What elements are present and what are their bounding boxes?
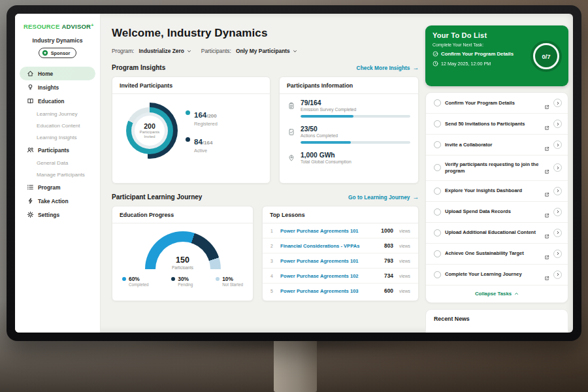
todo-hero-card: Your To Do List Complete Your Next Task:…: [425, 25, 568, 86]
task-chevron-button[interactable]: [553, 120, 562, 128]
external-link-icon: [544, 272, 549, 277]
collapse-tasks-link[interactable]: Collapse Tasks: [426, 286, 568, 302]
task-chevron-button[interactable]: [553, 163, 562, 172]
sidebar-item-home[interactable]: Home: [20, 67, 95, 80]
todo-task-row[interactable]: Explore Your Insights Dashboard: [426, 181, 568, 202]
brand-logo: RESOURCEADVISOR+: [15, 14, 100, 30]
todo-progress-ring-inner: 0/7: [533, 43, 559, 69]
sidebar-item-learning-insights[interactable]: Learning Insights: [15, 131, 100, 143]
lesson-row: 4 Power Purchase Agreements 102 734 view…: [263, 269, 418, 284]
check-more-insights-link[interactable]: Check More Insights →: [357, 65, 419, 71]
survey-icon: [287, 101, 295, 108]
sidebar-item-manage-participants[interactable]: Manage Participants: [15, 169, 100, 180]
go-to-learning-journey-label: Go to Learning Journey: [348, 194, 410, 201]
task-checkbox[interactable]: [434, 164, 441, 171]
emission-survey-stat: 79/164 Emission Survey Completed: [280, 94, 418, 120]
task-checkbox[interactable]: [434, 141, 441, 148]
sidebar-item-label: Program: [38, 184, 60, 191]
lesson-link[interactable]: Power Purchase Agreements 101: [280, 228, 376, 234]
org-name: Industry Dynamics: [15, 37, 100, 44]
task-chevron-button[interactable]: [553, 99, 562, 107]
sidebar-item-general-data[interactable]: General Data: [15, 157, 100, 169]
lesson-views-count: 793: [384, 257, 393, 264]
todo-due-label: 12 May 2025, 12:00 PM: [441, 61, 491, 67]
gauge-center: 150 Participants: [145, 256, 221, 269]
not-started-value: 10%: [222, 276, 243, 282]
sidebar-item-program[interactable]: Program: [15, 180, 100, 194]
sidebar-item-participants[interactable]: Participants: [15, 143, 100, 157]
page-title: Welcome, Industry Dynamics: [112, 27, 419, 40]
lesson-rank: 3: [270, 259, 276, 263]
task-checkbox[interactable]: [434, 188, 441, 195]
sponsor-badge[interactable]: Sponsor: [39, 48, 77, 58]
todo-task-row[interactable]: Send 50 Invitations to Participants: [426, 114, 568, 135]
task-checkbox[interactable]: [434, 99, 441, 106]
task-checkbox[interactable]: [434, 250, 441, 257]
todo-task-row[interactable]: Achieve One Sustainability Target: [426, 244, 568, 265]
task-chevron-button[interactable]: [553, 229, 562, 237]
lesson-link[interactable]: Power Purchase Agreements 103: [280, 288, 380, 294]
todo-progress-value: 0/7: [542, 53, 550, 60]
participants-filter-select[interactable]: Only My Participants: [236, 48, 297, 54]
monitor-bezel: RESOURCEADVISOR+ Industry Dynamics Spons…: [7, 5, 581, 341]
task-checkbox[interactable]: [434, 229, 441, 237]
external-link-icon: [544, 122, 549, 127]
lesson-link[interactable]: Power Purchase Agreements 102: [280, 273, 380, 279]
sidebar-item-education-content[interactable]: Education Content: [15, 120, 100, 131]
program-filter-select[interactable]: Industrialize Zero: [139, 48, 191, 54]
lesson-views-count: 803: [384, 242, 393, 249]
todo-task-row[interactable]: Confirm Your Program Details: [426, 93, 568, 114]
actions-completed-value: 23/50: [301, 125, 410, 133]
todo-task-row[interactable]: Invite a Collaborator: [426, 135, 568, 155]
global-consumption-stat: 1,000 GWh Total Global Consumption: [280, 146, 418, 167]
chevron-down-icon: [187, 49, 191, 54]
legend-dot-registered: [186, 110, 190, 115]
task-chevron-button[interactable]: [553, 250, 562, 258]
task-checkbox[interactable]: [434, 208, 441, 216]
learning-journey-title: Participant Learning Journey: [112, 193, 202, 201]
todo-task-row[interactable]: Verify participants requesting to join t…: [426, 155, 568, 181]
sidebar-item-label: General Data: [37, 160, 68, 166]
legend-dot-completed: [122, 277, 126, 281]
lesson-views-count: 1000: [381, 227, 393, 234]
lesson-link[interactable]: Financial Considerations - VPPAs: [280, 243, 380, 249]
task-chevron-button[interactable]: [553, 208, 562, 216]
todo-task-row[interactable]: Upload Spend Data Records: [426, 202, 568, 223]
external-link-icon: [544, 188, 549, 193]
task-chevron-button[interactable]: [553, 270, 562, 279]
sidebar-item-take-action[interactable]: Take Action: [15, 194, 100, 208]
lesson-rank: 1: [270, 229, 276, 233]
actions-completed-stat: 23/50 Actions Completed: [280, 120, 418, 146]
gauge-center-value: 150: [145, 256, 221, 265]
sidebar-item-education[interactable]: Education: [15, 94, 100, 108]
dashboard-screen: RESOURCEADVISOR+ Industry Dynamics Spons…: [15, 14, 573, 333]
sidebar-nav: Home Insights Education Learning Journey…: [15, 67, 100, 221]
task-checkbox[interactable]: [434, 120, 441, 127]
donut-center-value: 200: [144, 122, 155, 130]
task-label: Achieve One Sustainability Target: [445, 250, 540, 257]
task-chevron-button[interactable]: [553, 187, 562, 195]
sidebar-item-learning-journey[interactable]: Learning Journey: [15, 108, 100, 120]
donut-center-label: Participants Invited: [138, 130, 161, 139]
task-checkbox[interactable]: [434, 271, 441, 278]
sidebar-item-settings[interactable]: Settings: [15, 208, 100, 221]
legend-active: 84/164 Active: [186, 135, 218, 154]
emission-survey-progress-fill: [301, 115, 353, 118]
global-consumption-label: Total Global Consumption: [301, 159, 410, 164]
sidebar-item-insights[interactable]: Insights: [15, 80, 100, 94]
todo-task-row[interactable]: Upload Additional Educational Content: [426, 223, 568, 244]
insights-icon: [27, 84, 34, 91]
program-filter-value: Industrialize Zero: [139, 48, 184, 54]
pending-label: Pending: [178, 282, 193, 287]
task-chevron-button[interactable]: [553, 140, 562, 149]
lesson-link[interactable]: Power Purchase Agreements 101: [280, 258, 380, 264]
invited-card-title: Invited Participants: [112, 77, 270, 94]
todo-task-row[interactable]: Complete Your Learning Journey: [426, 265, 568, 286]
lesson-views-label: views: [399, 244, 410, 248]
location-pin-icon: [287, 153, 295, 161]
task-label: Explore Your Insights Dashboard: [445, 188, 540, 194]
emission-survey-progressbar: [301, 115, 410, 118]
todo-next-task[interactable]: Confirm Your Program Details: [433, 51, 524, 57]
lessons-card-title: Top Lessons: [263, 206, 418, 223]
go-to-learning-journey-link[interactable]: Go to Learning Journey →: [348, 194, 419, 201]
